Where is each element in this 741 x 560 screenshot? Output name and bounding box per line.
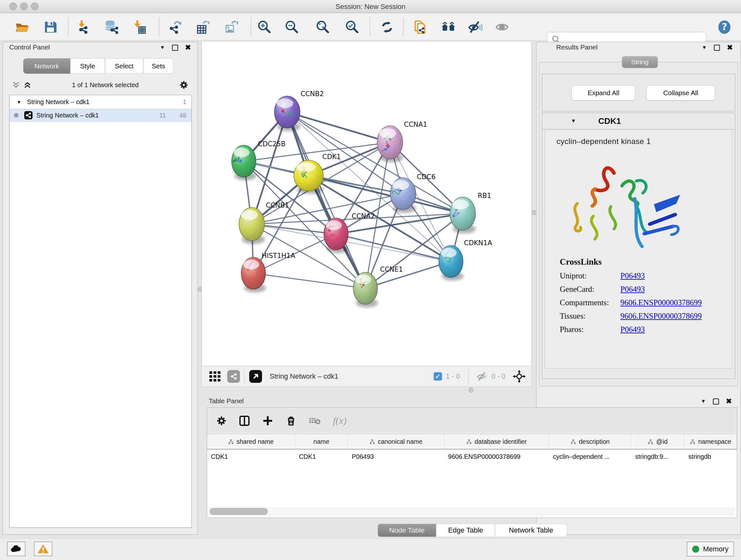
table-cell: CDK1: [295, 449, 348, 463]
results-tab-string[interactable]: String: [622, 56, 658, 68]
network-edge[interactable]: [336, 234, 451, 261]
bottom-splitter-handle[interactable]: [468, 388, 474, 393]
collapse-all-networks-icon[interactable]: [12, 81, 20, 89]
export-image-icon[interactable]: [223, 19, 239, 36]
tab-network[interactable]: Network: [23, 58, 70, 74]
network-row[interactable]: String Network – cdk1 11 48: [10, 109, 192, 122]
network-node-CCNE1[interactable]: CCNE1: [353, 266, 403, 307]
column-header-shared-name[interactable]: shared name: [207, 434, 295, 449]
tab-style[interactable]: Style: [70, 58, 105, 74]
warning-status-button[interactable]: [34, 542, 52, 556]
results-panel-float-icon[interactable]: [714, 45, 720, 51]
crosslink-link[interactable]: 9606.ENSP00000378699: [620, 298, 702, 307]
show-columns-icon[interactable]: [239, 415, 250, 426]
first-neighbors-icon[interactable]: [440, 19, 457, 36]
results-panel-close-icon[interactable]: ✖: [727, 44, 733, 51]
results-panel-menu-icon[interactable]: ▼: [702, 45, 707, 50]
birdseye-grid-icon[interactable]: [209, 370, 221, 383]
node-label: CCNE1: [380, 266, 403, 273]
crosslink-label: Tissues:: [560, 312, 620, 320]
toolbar-separator: [403, 17, 404, 36]
network-edge[interactable]: [287, 112, 365, 288]
column-header--id[interactable]: @id: [631, 434, 684, 449]
crosslink-label: Compartments:: [560, 298, 620, 307]
function-builder-icon[interactable]: f(x): [333, 415, 347, 427]
import-network-icon[interactable]: [75, 19, 92, 36]
tab-edge-table[interactable]: Edge Table: [436, 523, 495, 537]
memory-button[interactable]: Memory: [687, 542, 734, 557]
table-header-row: shared namenamecanonical namedatabase id…: [207, 434, 737, 449]
selected-count-checkbox[interactable]: ✓: [434, 372, 442, 381]
zoom-fit-icon[interactable]: [315, 19, 331, 36]
table-panel-float-icon[interactable]: [713, 398, 719, 405]
svg-text:?: ?: [722, 21, 727, 32]
refresh-icon[interactable]: [379, 19, 395, 36]
tab-network-table[interactable]: Network Table: [495, 523, 567, 537]
crosslink-link[interactable]: 9606.ENSP00000378699: [620, 312, 702, 320]
cloud-status-button[interactable]: [7, 542, 25, 556]
network-edge[interactable]: [253, 273, 365, 288]
save-session-icon[interactable]: [42, 19, 59, 36]
crosslink-link[interactable]: P06493: [620, 285, 645, 294]
show-all-icon[interactable]: [494, 19, 510, 36]
table-scrollbar-thumb[interactable]: [210, 508, 268, 515]
clone-network-icon[interactable]: [412, 19, 429, 36]
zoom-selected-icon[interactable]: [344, 19, 360, 36]
control-panel-float-icon[interactable]: [172, 45, 178, 51]
node-label: CCNA1: [404, 121, 427, 128]
import-table-icon[interactable]: [131, 19, 147, 36]
column-header-description[interactable]: description: [549, 434, 631, 449]
crosslinks-section: CrossLinks Uniprot:P06493 GeneCard:P0649…: [560, 257, 702, 334]
crosslink-link[interactable]: P06493: [620, 271, 645, 280]
pan-crosshair-icon[interactable]: [513, 370, 526, 383]
collection-expander-icon[interactable]: ▼: [17, 99, 21, 105]
tab-node-table[interactable]: Node Table: [378, 523, 436, 537]
delete-column-icon[interactable]: [286, 415, 296, 426]
network-node-RB1[interactable]: RB1: [450, 192, 491, 234]
column-header-canonical-name[interactable]: canonical name: [348, 434, 444, 449]
column-header-database-identifier[interactable]: database identifier: [444, 434, 549, 449]
export-network-icon[interactable]: [166, 19, 183, 36]
network-node-CDKN1A[interactable]: CDKN1A: [439, 239, 492, 281]
add-column-icon[interactable]: [262, 415, 273, 427]
network-node-CCNA2[interactable]: CCNA2: [324, 212, 375, 253]
control-panel-close-icon[interactable]: ✖: [185, 44, 191, 51]
network-node-CDC25B[interactable]: CDC25B: [232, 140, 286, 180]
help-icon[interactable]: ?: [716, 19, 733, 36]
tab-sets[interactable]: Sets: [143, 58, 174, 74]
crosslink-link[interactable]: P06493: [620, 325, 645, 334]
protein-card-header[interactable]: ▼ CDK1: [542, 113, 735, 129]
open-in-new-window-icon[interactable]: [249, 370, 262, 383]
zoom-out-icon[interactable]: [284, 19, 300, 36]
column-header-label: canonical name: [378, 438, 422, 445]
table-gear-icon[interactable]: [216, 415, 227, 426]
hide-selected-icon[interactable]: [467, 19, 483, 36]
table-panel-close-icon[interactable]: ✖: [726, 398, 732, 405]
open-file-icon[interactable]: [13, 19, 30, 36]
expand-all-networks-icon[interactable]: [23, 81, 31, 89]
tab-select[interactable]: Select: [105, 58, 143, 74]
clear-table-icon[interactable]: [309, 416, 321, 426]
network-edge[interactable]: [365, 261, 451, 288]
network-node-CCNB2[interactable]: CCNB2: [274, 90, 324, 131]
network-node-CDC6[interactable]: CDC6: [390, 173, 435, 213]
expand-all-button[interactable]: Expand All: [571, 85, 635, 101]
network-options-gear-icon[interactable]: [179, 80, 189, 90]
import-network-from-database-icon[interactable]: [103, 19, 119, 36]
table-panel-menu-icon[interactable]: ▼: [701, 399, 706, 404]
control-panel-menu-icon[interactable]: ▼: [160, 45, 165, 50]
zoom-in-icon[interactable]: [256, 19, 273, 36]
column-header-name[interactable]: name: [295, 434, 348, 449]
network-edge[interactable]: [287, 112, 390, 142]
network-collection-row[interactable]: ▼ String Network – cdk1 1: [10, 95, 192, 109]
collapse-all-button[interactable]: Collapse All: [646, 85, 715, 101]
network-node-HIST1H1A[interactable]: HIST1H1A: [241, 252, 295, 293]
export-table-icon[interactable]: [195, 19, 211, 36]
protein-expander-icon[interactable]: ▼: [571, 118, 576, 124]
network-share-view-icon[interactable]: [227, 370, 240, 383]
network-node-CCNA1[interactable]: CCNA1: [377, 121, 427, 163]
table-row[interactable]: CDK1CDK1P064939606.ENSP00000378699cyclin…: [207, 449, 737, 463]
network-node-CDK1[interactable]: CDK1: [294, 153, 341, 194]
network-canvas[interactable]: CCNB2CCNA1CDC25BCDK1CDC6RB1CCNB1CCNA2CDK…: [201, 42, 532, 366]
column-header-namespace[interactable]: namespace: [684, 434, 737, 449]
